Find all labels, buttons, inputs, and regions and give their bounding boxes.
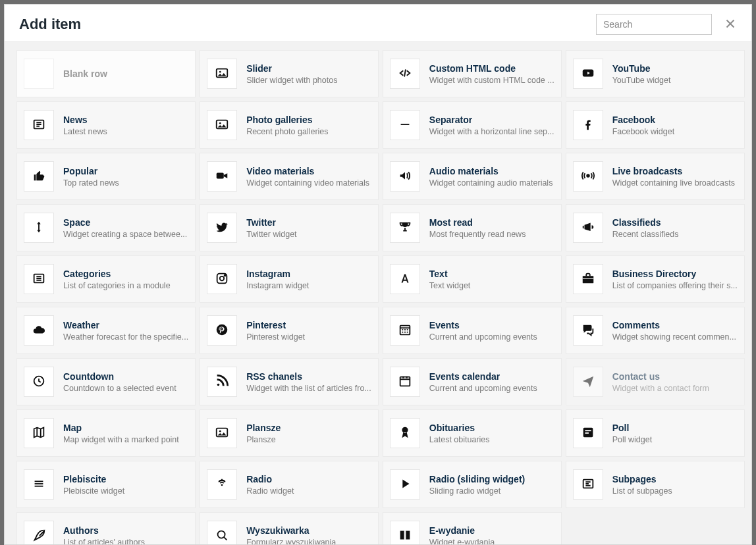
widget-card-subtitle: Plebiscite widget bbox=[63, 486, 188, 496]
widget-card-texts: Contact usWidget with a contact form bbox=[612, 371, 738, 393]
widget-card-title: Poll bbox=[612, 423, 738, 433]
widget-card-texts: SpaceWidget creating a space betwee... bbox=[63, 217, 188, 239]
widget-card[interactable]: PlanszePlansze bbox=[200, 409, 379, 457]
widget-card-texts: TextText widget bbox=[429, 269, 554, 290]
widget-card[interactable]: Radio (sliding widget)Sliding radio widg… bbox=[383, 461, 562, 508]
calendar-icon bbox=[390, 367, 420, 397]
widget-card[interactable]: TextText widget bbox=[383, 255, 562, 303]
widget-card[interactable]: NewsLatest news bbox=[16, 101, 196, 149]
widget-card-title: Countdown bbox=[63, 371, 188, 382]
widget-card[interactable]: SliderSlider widget with photos bbox=[200, 50, 379, 97]
widget-card-texts: Most readMost frequently read news bbox=[429, 217, 554, 239]
widget-card-title: Twitter bbox=[246, 217, 371, 228]
bullhorn-icon bbox=[573, 213, 603, 243]
widget-card-title: Audio materials bbox=[429, 166, 554, 176]
widget-card[interactable]: EventsCurrent and upcoming events bbox=[383, 307, 562, 354]
svg-rect-30 bbox=[585, 432, 589, 434]
widget-card[interactable]: WyszukiwarkaFormularz wyszukiwania bbox=[200, 512, 379, 544]
widget-card[interactable]: Live broadcastsWidget containing live br… bbox=[566, 153, 745, 200]
widget-card[interactable]: YouTubeYouTube widget bbox=[566, 50, 745, 97]
widget-card-title: Categories bbox=[63, 269, 188, 279]
widget-card-texts: SeparatorWidget with a horizontal line s… bbox=[429, 115, 554, 136]
widget-card[interactable]: SeparatorWidget with a horizontal line s… bbox=[383, 101, 562, 149]
widget-card-title: Weather bbox=[63, 320, 188, 330]
widget-card-subtitle: Sliding radio widget bbox=[429, 486, 554, 496]
widget-card-title: Obituaries bbox=[429, 423, 554, 433]
widget-card[interactable]: Video materialsWidget containing video m… bbox=[200, 153, 379, 200]
widget-card-texts: Photo galleriesRecent photo galleries bbox=[246, 115, 371, 136]
widget-card[interactable]: Most readMost frequently read news bbox=[383, 204, 562, 251]
widget-card-title: Plebiscite bbox=[63, 474, 188, 484]
widget-card-subtitle: Recent photo galleries bbox=[246, 127, 371, 136]
widget-card-title: Video materials bbox=[246, 166, 371, 176]
widget-card-subtitle: Current and upcoming events bbox=[429, 384, 554, 393]
widget-card: Contact usWidget with a contact form bbox=[566, 358, 745, 405]
close-button[interactable] bbox=[724, 18, 737, 31]
widget-card-title: Radio (sliding widget) bbox=[429, 474, 554, 484]
widget-card-texts: ObituariesLatest obituaries bbox=[429, 423, 554, 444]
widget-card-title: Contact us bbox=[612, 371, 738, 382]
widget-card-texts: E-wydanieWidget e-wydania bbox=[429, 525, 554, 545]
widget-card[interactable]: SpaceWidget creating a space betwee... bbox=[16, 204, 196, 251]
code-icon bbox=[390, 59, 420, 89]
widget-card-title: Map bbox=[63, 423, 188, 433]
bars-icon bbox=[24, 469, 54, 500]
items-grid: Blank rowSliderSlider widget with photos… bbox=[16, 50, 740, 544]
widget-card[interactable]: CountdownCountdown to a selected event bbox=[16, 358, 196, 405]
widget-card-title: Text bbox=[429, 269, 554, 279]
svg-rect-21 bbox=[404, 331, 406, 332]
widget-card[interactable]: CommentsWidget showing recent commen... bbox=[566, 307, 745, 354]
svg-point-12 bbox=[225, 274, 226, 276]
widget-card-title: Live broadcasts bbox=[612, 166, 738, 176]
widget-card-title: Authors bbox=[63, 525, 188, 536]
widget-card[interactable]: CategoriesList of categories in a module bbox=[16, 255, 196, 303]
widget-card[interactable]: InstagramInstagram widget bbox=[200, 255, 379, 303]
widget-card[interactable]: PlebiscitePlebiscite widget bbox=[16, 461, 196, 508]
youtube-icon bbox=[573, 59, 603, 89]
widget-card-subtitle: Widget with custom HTML code ... bbox=[429, 76, 554, 85]
widget-card[interactable]: Business DirectoryList of companies offe… bbox=[566, 255, 745, 303]
widget-card[interactable]: Custom HTML codeWidget with custom HTML … bbox=[383, 50, 562, 97]
widget-card-title: Photo galleries bbox=[246, 115, 371, 125]
widget-card-subtitle: Current and upcoming events bbox=[429, 332, 554, 342]
widget-card-texts: Custom HTML codeWidget with custom HTML … bbox=[429, 63, 554, 85]
widget-card[interactable]: Photo galleriesRecent photo galleries bbox=[200, 101, 379, 149]
cloud-icon bbox=[24, 315, 54, 346]
svg-point-8 bbox=[587, 174, 589, 177]
comments-icon bbox=[573, 315, 603, 346]
widget-card[interactable]: RSS chanelsWidget with the list of artic… bbox=[200, 358, 379, 405]
widget-card[interactable]: SubpagesList of subpages bbox=[566, 461, 745, 508]
widget-card-title: Space bbox=[63, 217, 188, 228]
widget-card-subtitle: Poll widget bbox=[612, 435, 738, 444]
widget-card[interactable]: ObituariesLatest obituaries bbox=[383, 409, 562, 457]
widget-card[interactable]: WeatherWeather forecast for the specifie… bbox=[16, 307, 196, 354]
widget-card-subtitle: Widget containing video materials bbox=[246, 178, 371, 188]
widget-card[interactable]: RadioRadio widget bbox=[200, 461, 379, 508]
widget-card[interactable]: ClassifiedsRecent classifieds bbox=[566, 204, 745, 251]
widget-card[interactable]: Events calendarCurrent and upcoming even… bbox=[383, 358, 562, 405]
subpages-icon bbox=[573, 469, 603, 500]
widget-card[interactable]: Audio materialsWidget containing audio m… bbox=[383, 153, 562, 200]
widget-card-subtitle: Plansze bbox=[246, 435, 371, 444]
widget-card[interactable]: FacebookFacebook widget bbox=[566, 101, 745, 149]
widget-card-texts: FacebookFacebook widget bbox=[612, 115, 738, 136]
widget-card-title: Blank row bbox=[63, 68, 188, 79]
widget-card[interactable]: TwitterTwitter widget bbox=[200, 204, 379, 251]
calendar-grid-icon bbox=[390, 315, 420, 346]
widget-card[interactable]: E-wydanieWidget e-wydania bbox=[383, 512, 562, 544]
search-input[interactable] bbox=[596, 14, 712, 35]
widget-card[interactable]: Blank row bbox=[16, 50, 196, 97]
widget-card-title: Radio bbox=[246, 474, 371, 484]
svg-rect-32 bbox=[35, 483, 43, 484]
widget-card-texts: Radio (sliding widget)Sliding radio widg… bbox=[429, 474, 554, 496]
twitter-icon bbox=[207, 213, 237, 243]
widget-card-title: Events calendar bbox=[429, 371, 554, 382]
widget-card-subtitle: Pinterest widget bbox=[246, 332, 371, 342]
widget-card[interactable]: AuthorsList of articles' authors bbox=[16, 512, 196, 544]
widget-card[interactable]: PopularTop rated news bbox=[16, 153, 196, 200]
modal-header: Add item bbox=[5, 5, 751, 42]
widget-card[interactable]: MapMap widget with a marked point bbox=[16, 409, 196, 457]
broadcast-icon bbox=[573, 161, 603, 192]
widget-card[interactable]: PinterestPinterest widget bbox=[200, 307, 379, 354]
widget-card[interactable]: PollPoll widget bbox=[566, 409, 745, 457]
